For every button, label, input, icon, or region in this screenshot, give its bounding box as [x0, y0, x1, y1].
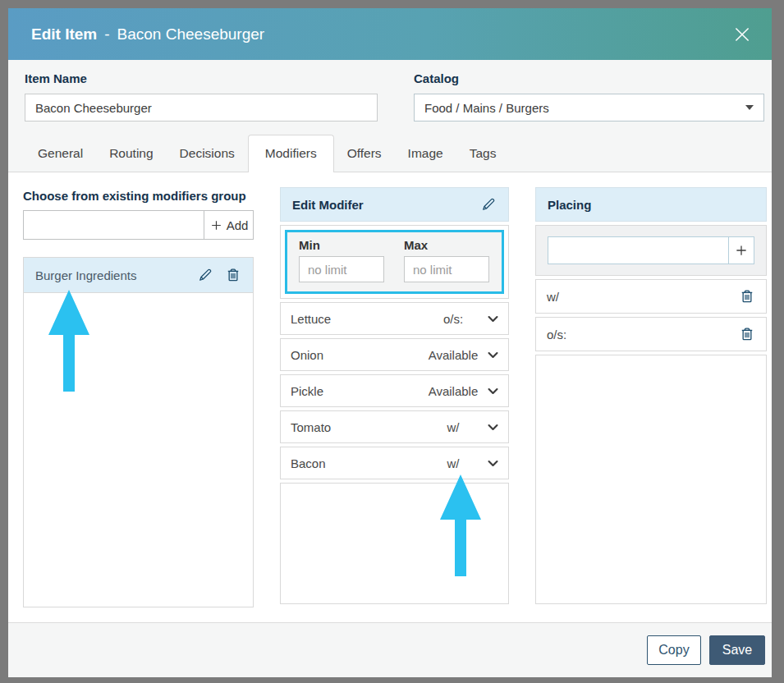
chevron-down-icon[interactable] — [486, 456, 500, 470]
trash-icon — [225, 267, 241, 283]
modifier-row-lettuce[interactable]: Lettuce o/s: — [280, 302, 509, 335]
item-name-input[interactable] — [25, 94, 378, 121]
dialog-title-prefix: Edit Item — [31, 25, 97, 44]
dialog-title-separator: - — [104, 25, 109, 44]
add-group-button-label: Add — [227, 218, 249, 232]
pencil-icon — [480, 196, 497, 213]
annotation-arrow-up-icon — [48, 290, 89, 392]
modifier-status: w/ — [420, 456, 486, 470]
plus-icon — [209, 218, 223, 232]
placing-input[interactable] — [548, 236, 728, 264]
min-max-highlight: Min Max — [285, 230, 504, 294]
item-form-section: Item Name Catalog Food / Mains / Burgers — [8, 60, 772, 134]
edit-group-button[interactable] — [197, 267, 213, 283]
dialog-title-item: Bacon Cheeseburger — [117, 25, 265, 44]
tab-tags[interactable]: Tags — [456, 135, 510, 172]
dialog-footer: Copy Save — [8, 622, 772, 677]
tab-general[interactable]: General — [25, 135, 96, 172]
add-group-button[interactable]: Add — [204, 211, 253, 239]
edit-modifier-title: Edit Modifer — [292, 198, 364, 212]
edit-modifier-panel: Edit Modifer Min Max L — [280, 187, 509, 604]
modifier-status: Available — [420, 348, 486, 362]
delete-placing-button[interactable] — [739, 326, 755, 342]
modifier-group-list: Burger Ingredients — [23, 257, 254, 607]
modifier-status: Available — [420, 384, 486, 398]
modifier-row-onion[interactable]: Onion Available — [280, 338, 509, 371]
modifier-list-empty-area — [280, 483, 509, 604]
caret-down-icon — [745, 105, 754, 110]
edit-item-dialog: Edit Item - Bacon Cheeseburger Item Name… — [8, 8, 772, 677]
modifier-group-input[interactable] — [24, 211, 204, 239]
modifier-group-name: Burger Ingredients — [35, 268, 136, 282]
max-input[interactable] — [404, 256, 489, 282]
modifier-row-pickle[interactable]: Pickle Available — [280, 374, 509, 407]
tab-image[interactable]: Image — [395, 135, 456, 172]
min-input[interactable] — [299, 256, 384, 282]
item-name-label: Item Name — [25, 71, 378, 85]
tab-bar: General Routing Decisions Modifiers Offe… — [8, 134, 772, 172]
plus-icon — [734, 243, 749, 258]
trash-icon — [739, 288, 755, 305]
placing-title: Placing — [548, 198, 591, 212]
copy-button[interactable]: Copy — [647, 635, 701, 665]
placing-input-section — [535, 225, 767, 276]
delete-placing-button[interactable] — [739, 288, 755, 305]
chevron-down-icon[interactable] — [486, 312, 500, 326]
catalog-label: Catalog — [414, 71, 764, 85]
edit-modifier-pencil-button[interactable] — [480, 196, 497, 213]
modifier-status: o/s: — [420, 312, 486, 326]
catalog-selected-value: Food / Mains / Burgers — [424, 101, 549, 115]
dialog-header: Edit Item - Bacon Cheeseburger — [8, 8, 772, 60]
modifier-name: Pickle — [291, 384, 323, 398]
max-label: Max — [404, 238, 489, 252]
catalog-select[interactable]: Food / Mains / Burgers — [414, 94, 764, 121]
tab-decisions[interactable]: Decisions — [167, 135, 248, 172]
modifier-name: Bacon — [291, 456, 326, 470]
trash-icon — [739, 326, 755, 342]
placing-label: w/ — [547, 290, 559, 304]
modifier-row-bacon[interactable]: Bacon w/ — [280, 447, 509, 479]
modifier-name: Tomato — [291, 420, 331, 434]
chevron-down-icon[interactable] — [486, 348, 500, 362]
modifier-name: Onion — [291, 348, 323, 362]
modifier-groups-label: Choose from existing modifiers group — [23, 189, 254, 203]
min-max-section: Min Max — [280, 225, 509, 299]
tab-offers[interactable]: Offers — [334, 135, 395, 172]
modifier-name: Lettuce — [291, 312, 331, 326]
add-placing-button[interactable] — [728, 236, 754, 264]
tab-routing[interactable]: Routing — [96, 135, 166, 172]
save-button[interactable]: Save — [709, 635, 765, 665]
close-icon — [731, 24, 753, 45]
chevron-down-icon[interactable] — [486, 420, 500, 434]
modifiers-tab-content: Choose from existing modifiers group Add… — [8, 172, 772, 622]
placing-panel: Placing w/ o/s: — [535, 187, 767, 604]
placing-row[interactable]: o/s: — [535, 317, 767, 351]
modifier-groups-column: Choose from existing modifiers group Add… — [23, 187, 254, 622]
tab-modifiers[interactable]: Modifiers — [248, 135, 334, 172]
min-label: Min — [299, 238, 384, 252]
pencil-icon — [197, 267, 213, 283]
close-button[interactable] — [731, 23, 754, 46]
dialog-title: Edit Item - Bacon Cheeseburger — [31, 25, 264, 44]
modifier-row-tomato[interactable]: Tomato w/ — [280, 410, 509, 443]
chevron-down-icon[interactable] — [486, 384, 500, 398]
modifier-group-row[interactable]: Burger Ingredients — [24, 258, 253, 293]
placing-list-empty-area — [535, 355, 767, 604]
modifier-status: w/ — [420, 420, 486, 434]
placing-label: o/s: — [547, 328, 566, 342]
placing-row[interactable]: w/ — [535, 279, 767, 314]
delete-group-button[interactable] — [225, 267, 241, 283]
